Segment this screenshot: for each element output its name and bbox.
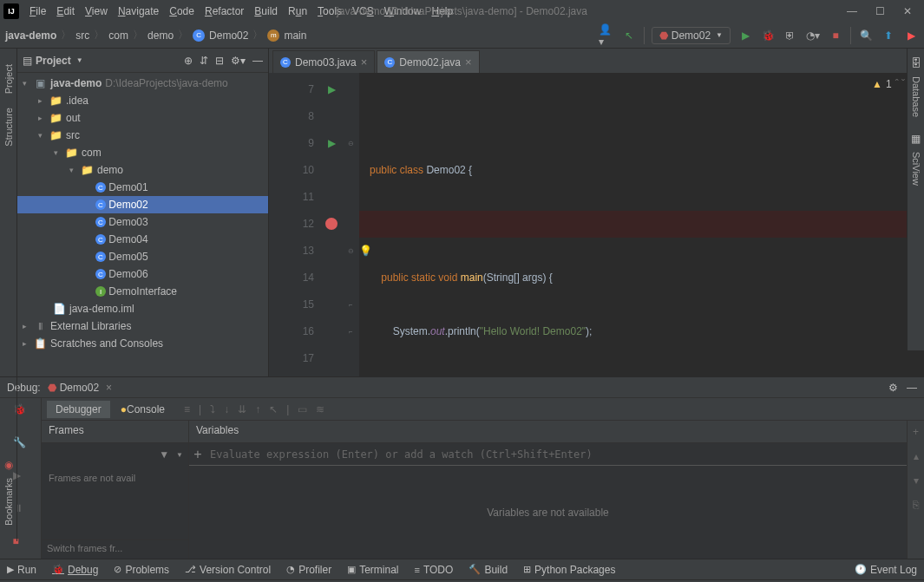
menu-refactor[interactable]: Refactor: [200, 3, 249, 19]
menu-build[interactable]: Build: [249, 3, 283, 19]
select-opened-icon[interactable]: ⊕: [184, 55, 193, 67]
stop-button[interactable]: ■: [828, 28, 843, 43]
run-button[interactable]: ▶: [737, 28, 753, 43]
tool-vcs[interactable]: ⎇ Version Control: [185, 564, 271, 576]
nav-up-icon[interactable]: ▴: [914, 450, 919, 462]
project-tree[interactable]: ▾▣java-demoD:\IdeaProjects\java-demo ▸📁.…: [17, 73, 268, 376]
drop-frame-icon[interactable]: ↖: [269, 403, 278, 415]
new-watch-icon[interactable]: +: [913, 426, 919, 438]
copy-icon[interactable]: ⎘: [913, 499, 919, 511]
filter-icon[interactable]: ▼: [159, 448, 169, 461]
coverage-icon[interactable]: ⛨: [783, 28, 798, 43]
maximize-button[interactable]: ☐: [874, 5, 886, 17]
hide-icon[interactable]: —: [252, 55, 263, 67]
tool-eventlog[interactable]: 🕐 Event Log: [855, 564, 917, 576]
gutter-icons[interactable]: ▶ ▶: [321, 73, 342, 376]
force-step-icon[interactable]: ⇊: [238, 403, 246, 415]
tool-problems[interactable]: ⊘ Problems: [114, 564, 169, 576]
tool-structure[interactable]: Structure: [3, 101, 14, 154]
run-class-icon[interactable]: ▶: [321, 76, 342, 103]
pane-title[interactable]: Project: [36, 55, 71, 67]
run-method-icon[interactable]: ▶: [321, 130, 342, 157]
gear-icon[interactable]: ⚙▾: [231, 55, 246, 67]
bc-method[interactable]: main: [284, 29, 306, 42]
left-gutter: Project Structure: [0, 49, 17, 376]
menu-view[interactable]: View: [80, 3, 113, 19]
debug-button[interactable]: 🐞: [760, 28, 776, 43]
add-watch-icon[interactable]: +: [189, 447, 206, 462]
menu-code[interactable]: Code: [164, 3, 200, 19]
code-content[interactable]: 💡 public class Demo02 { public static vo…: [359, 73, 924, 376]
step-over-icon[interactable]: ⤵: [210, 403, 215, 415]
menu-run[interactable]: Run: [283, 3, 312, 19]
close-icon[interactable]: ×: [361, 56, 368, 69]
tool-project[interactable]: Project: [3, 57, 14, 101]
bc-class[interactable]: Demo02: [209, 29, 248, 42]
bookmark-icon[interactable]: ◉: [4, 459, 13, 471]
bc-src[interactable]: src: [75, 29, 89, 42]
step-icon[interactable]: ≡: [184, 403, 190, 415]
watch-input[interactable]: Evaluate expression (Enter) or add a wat…: [206, 448, 593, 461]
trace-icon[interactable]: ≋: [316, 403, 324, 415]
search-icon[interactable]: 🔍: [858, 28, 874, 43]
close-icon[interactable]: ×: [465, 56, 472, 69]
sciview-icon[interactable]: ▦: [911, 133, 921, 145]
tool-profiler[interactable]: ◔ Profiler: [286, 564, 331, 576]
ide-icon[interactable]: ▶: [903, 28, 919, 43]
right-gutter: 🗄 Database ▦ SciView: [907, 49, 924, 350]
minimize-button[interactable]: —: [846, 5, 858, 17]
profile-icon[interactable]: ◔▾: [805, 28, 821, 43]
tool-terminal[interactable]: ▣ Terminal: [347, 564, 398, 576]
tree-selected: C Demo02: [17, 196, 268, 213]
tab-console[interactable]: ●Console: [112, 401, 174, 418]
nav-down-icon[interactable]: ▾: [914, 474, 919, 487]
tab-demo02[interactable]: CDemo02.java×: [377, 50, 479, 73]
sync-icon[interactable]: ⬆: [881, 28, 896, 43]
tool-build[interactable]: 🔨 Build: [469, 564, 508, 576]
close-button[interactable]: ✕: [901, 5, 914, 17]
debug-hide-icon[interactable]: —: [907, 382, 917, 394]
menu-edit[interactable]: Edit: [51, 3, 80, 19]
run-config-select[interactable]: ⬣Demo02▼: [652, 27, 731, 44]
editor-tabs: CDemo03.java× CDemo02.java× ⋮: [269, 49, 924, 73]
separator: [850, 27, 851, 44]
eval-icon[interactable]: ▭: [298, 403, 307, 415]
project-pane: ▤ Project ▼ ⊕ ⇵ ⊟ ⚙▾ — ▾▣java-demoD:\Ide…: [17, 49, 269, 376]
step-into-icon[interactable]: ↓: [224, 403, 229, 415]
bc-sub[interactable]: demo: [147, 29, 174, 42]
breadcrumb[interactable]: java-demo〉 src〉 com〉 demo〉 CDemo02〉 mmai…: [5, 28, 306, 43]
tool-run[interactable]: ▶ Run: [7, 564, 36, 576]
pane-dropdown[interactable]: ▼: [76, 56, 83, 64]
tool-python[interactable]: ⊞ Python Packages: [523, 564, 615, 576]
expand-all-icon[interactable]: ⇵: [200, 55, 208, 67]
frames-dropdown[interactable]: ▼: [176, 451, 183, 459]
bc-project[interactable]: java-demo: [5, 29, 56, 42]
build-icon[interactable]: ↖: [621, 28, 637, 43]
step-out-icon[interactable]: ↑: [255, 403, 260, 415]
class-icon: C: [193, 29, 205, 42]
db-tool-icon[interactable]: 🗄: [911, 57, 921, 69]
menu-navigate[interactable]: Navigate: [113, 3, 164, 19]
debug-config-name[interactable]: Demo02: [60, 382, 99, 394]
tool-debug[interactable]: 🐞 Debug: [52, 564, 98, 576]
bulb-icon[interactable]: 💡: [359, 238, 372, 265]
add-user-icon[interactable]: 👤▾: [599, 28, 614, 43]
debug-gear-icon[interactable]: ⚙: [888, 382, 898, 394]
tab-demo03[interactable]: CDemo03.java×: [272, 50, 375, 73]
breakpoint-icon[interactable]: [321, 211, 342, 240]
project-icon: ▤: [23, 55, 32, 67]
bc-pkg[interactable]: com: [108, 29, 128, 42]
titlebar: IJ File Edit View Navigate Code Refactor…: [0, 0, 924, 23]
tool-bookmarks[interactable]: Bookmarks: [3, 471, 14, 533]
collapse-all-icon[interactable]: ⊟: [215, 55, 224, 67]
menu-file[interactable]: File: [24, 3, 51, 19]
tab-debugger[interactable]: Debugger: [47, 401, 110, 418]
inspection-indicator[interactable]: ▲1ˆ ˇ: [872, 78, 905, 90]
code-editor[interactable]: 7891011121314151617 ▶ ▶ ⊖ ⊖ ⌐⌐ 💡 public …: [269, 73, 924, 376]
tool-database[interactable]: Database: [911, 69, 921, 124]
tool-sciview[interactable]: SciView: [911, 145, 921, 193]
vars-side-toolbar: + ▴ ▾ ⎘: [907, 421, 924, 559]
frames-header: Frames: [42, 421, 188, 443]
fold-gutter[interactable]: ⊖ ⊖ ⌐⌐: [342, 73, 359, 376]
tool-todo[interactable]: ≡ TODO: [415, 564, 454, 576]
